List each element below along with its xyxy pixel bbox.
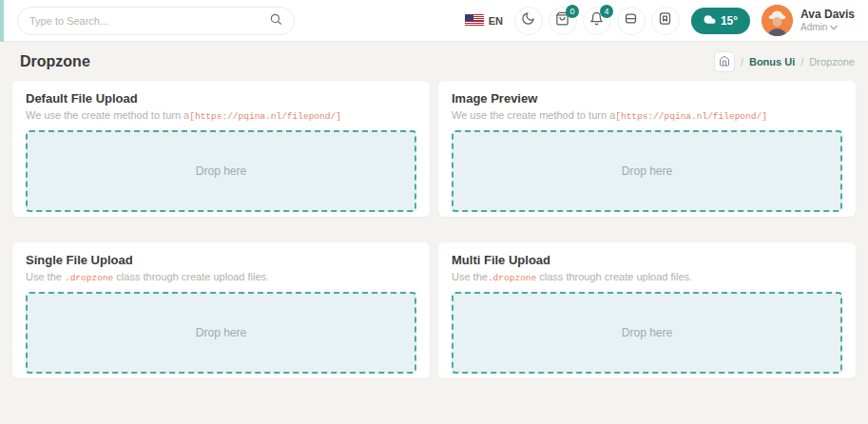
- cloud-icon: [704, 13, 716, 29]
- layout-button[interactable]: [617, 7, 646, 35]
- bookmark-icon: [658, 11, 672, 29]
- card-description: Use the .dropzone class through create u…: [26, 271, 416, 283]
- card-image-preview: Image Preview We use the create method t…: [438, 81, 856, 217]
- dropzone-label: Drop here: [196, 164, 246, 178]
- code-snippet: [https://pqina.nl/filepond/]: [615, 111, 767, 122]
- weather-button[interactable]: 15°: [691, 8, 750, 34]
- avatar: [762, 5, 793, 36]
- breadcrumb-current: Dropzone: [809, 56, 855, 67]
- breadcrumb-home-button[interactable]: [714, 51, 735, 72]
- notification-badge: 4: [600, 5, 613, 18]
- dropzone-area[interactable]: Drop here: [26, 292, 416, 374]
- sidebar-edge: [0, 0, 4, 42]
- search-icon[interactable]: [269, 12, 282, 29]
- code-snippet: .dropzone: [65, 273, 113, 283]
- header-actions: EN 0: [465, 5, 855, 36]
- card-default-file-upload: Default File Upload We use the create me…: [12, 81, 430, 217]
- language-switcher[interactable]: EN: [465, 14, 503, 27]
- breadcrumb-separator: /: [741, 56, 743, 67]
- breadcrumb: / Bonus Ui / Dropzone: [714, 51, 855, 72]
- weather-temp: 15°: [721, 14, 738, 28]
- dark-mode-button[interactable]: [514, 7, 543, 35]
- dropzone-label: Drop here: [196, 326, 246, 339]
- code-snippet: [https://pqina.nl/filepond/]: [189, 111, 341, 122]
- page-title: Dropzone: [20, 53, 90, 70]
- us-flag-icon: [465, 14, 484, 27]
- user-menu[interactable]: Ava Davis Admin: [762, 5, 855, 36]
- card-description: We use the create method to turn a[https…: [26, 109, 416, 122]
- language-label: EN: [489, 15, 503, 27]
- home-icon: [719, 55, 730, 68]
- layout-rows-icon: [624, 11, 638, 29]
- card-description: We use the create method to turn a[https…: [452, 109, 842, 122]
- code-snippet: .dropzone: [488, 273, 536, 283]
- card-title: Default File Upload: [26, 91, 416, 106]
- user-name: Ava Davis: [800, 8, 855, 22]
- chevron-down-icon: [830, 22, 838, 34]
- dropzone-label: Drop here: [622, 164, 672, 178]
- dropzone-label: Drop here: [622, 326, 672, 339]
- card-single-file-upload: Single File Upload Use the .dropzone cla…: [12, 242, 430, 378]
- card-description: Use the.dropzone class through create up…: [452, 271, 842, 283]
- dropzone-area[interactable]: Drop here: [452, 292, 842, 374]
- user-role: Admin: [800, 22, 855, 34]
- user-meta: Ava Davis Admin: [800, 8, 855, 34]
- breadcrumb-separator: /: [800, 56, 803, 67]
- card-multi-file-upload: Multi File Upload Use the.dropzone class…: [438, 242, 856, 378]
- card-title: Single File Upload: [26, 253, 416, 267]
- cart-badge: 0: [566, 5, 579, 18]
- moon-icon: [521, 11, 535, 29]
- page-head: Dropzone / Bonus Ui / Dropzone: [0, 42, 868, 81]
- bookmarks-button[interactable]: [651, 7, 680, 35]
- cards-grid: Default File Upload We use the create me…: [0, 81, 868, 378]
- search-input[interactable]: [29, 15, 269, 27]
- dropzone-area[interactable]: Drop here: [26, 130, 416, 212]
- breadcrumb-section[interactable]: Bonus Ui: [749, 56, 795, 67]
- cart-button[interactable]: 0: [549, 7, 577, 35]
- notifications-button[interactable]: 4: [583, 7, 611, 35]
- dropzone-area[interactable]: Drop here: [452, 130, 842, 212]
- search-box[interactable]: [17, 7, 295, 35]
- top-header: EN 0: [0, 0, 868, 42]
- card-title: Multi File Upload: [452, 253, 842, 267]
- card-title: Image Preview: [452, 91, 842, 106]
